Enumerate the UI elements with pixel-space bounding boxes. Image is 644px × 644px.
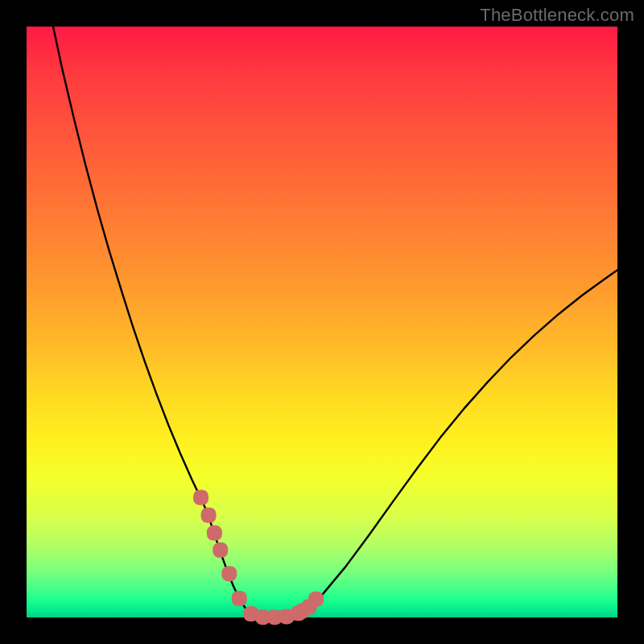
- outer-frame: TheBottleneck.com: [0, 0, 644, 644]
- highlight-marker: [201, 508, 217, 523]
- highlight-markers: [193, 490, 324, 625]
- watermark-label: TheBottleneck.com: [480, 5, 634, 26]
- highlight-marker: [207, 526, 222, 541]
- chart-overlay: [27, 27, 617, 617]
- highlight-marker: [232, 591, 247, 606]
- bottleneck-curve-line: [53, 27, 617, 617]
- highlight-marker: [213, 543, 228, 558]
- highlight-marker: [221, 566, 237, 581]
- highlight-marker: [308, 592, 324, 607]
- highlight-marker: [193, 490, 208, 506]
